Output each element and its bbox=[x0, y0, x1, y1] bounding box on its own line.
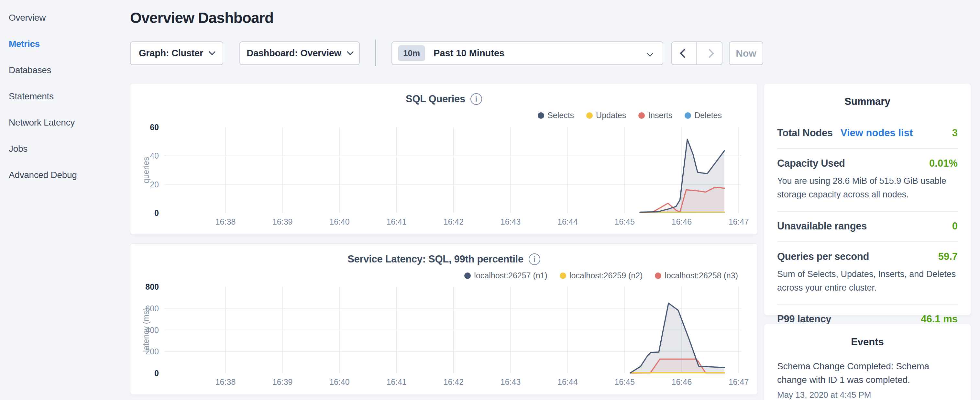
summary-row: Capacity Used0.01%You are using 28.6 MiB… bbox=[777, 148, 958, 211]
event-timestamp: May 13, 2020 at 4:45 PM bbox=[777, 390, 958, 400]
time-range-label: Past 10 Minutes bbox=[434, 48, 504, 59]
events-panel: Events Schema Change Completed: Schema c… bbox=[764, 324, 971, 400]
event-list-item: Schema Change Completed: Schema change w… bbox=[777, 360, 958, 400]
legend-item[interactable]: localhost:26258 (n3) bbox=[655, 271, 738, 280]
event-message: Schema Change Completed: Schema change w… bbox=[777, 360, 932, 387]
svg-text:16:40: 16:40 bbox=[329, 377, 350, 386]
sidebar-item-network-latency[interactable]: Network Latency bbox=[9, 109, 125, 135]
sidebar-item-label: Databases bbox=[9, 65, 51, 75]
legend-label: localhost:26257 (n1) bbox=[474, 271, 547, 280]
svg-text:queries: queries bbox=[142, 157, 150, 183]
legend-dot-icon bbox=[464, 273, 471, 279]
legend-item[interactable]: Deletes bbox=[685, 111, 722, 120]
svg-text:16:44: 16:44 bbox=[557, 377, 578, 386]
toolbar-divider bbox=[375, 40, 376, 66]
summary-panel: Summary Total NodesView nodes list3Capac… bbox=[764, 83, 971, 316]
sidebar-item-databases[interactable]: Databases bbox=[9, 57, 125, 83]
dashboard-dropdown-label: Dashboard: Overview bbox=[247, 48, 341, 59]
chevron-right-icon bbox=[705, 49, 714, 57]
graph-scope-dropdown[interactable]: Graph: Cluster bbox=[130, 41, 223, 65]
sidebar-item-label: Overview bbox=[9, 13, 46, 23]
admin-ui-page: OverviewMetricsDatabasesStatementsNetwor… bbox=[0, 0, 980, 400]
sql-queries-chart-card: SQL Queries i SelectsUpdatesInsertsDelet… bbox=[130, 83, 758, 234]
legend-dot-icon bbox=[638, 112, 645, 119]
svg-text:16:45: 16:45 bbox=[614, 377, 635, 386]
chart-legend: localhost:26257 (n1)localhost:26259 (n2)… bbox=[464, 271, 738, 280]
svg-text:latency (ms): latency (ms) bbox=[142, 308, 150, 352]
svg-text:20: 20 bbox=[150, 180, 159, 189]
service-latency-plot: 16:3816:3916:4016:4116:4216:4316:4416:45… bbox=[130, 244, 758, 395]
time-range-dropdown[interactable]: 10m Past 10 Minutes bbox=[391, 41, 663, 65]
time-step-forward-button[interactable] bbox=[697, 42, 722, 64]
svg-text:16:43: 16:43 bbox=[501, 377, 521, 386]
info-icon[interactable]: i bbox=[471, 93, 482, 105]
info-icon[interactable]: i bbox=[529, 253, 540, 265]
svg-text:16:41: 16:41 bbox=[386, 377, 407, 386]
summary-row-value: 0 bbox=[952, 220, 958, 232]
chevron-down-icon bbox=[347, 49, 354, 55]
chevron-left-icon bbox=[679, 49, 689, 57]
legend-item[interactable]: localhost:26259 (n2) bbox=[560, 271, 643, 280]
summary-row-value: 59.7 bbox=[938, 251, 958, 263]
summary-row-value: 0.01% bbox=[929, 158, 958, 169]
sidebar-item-label: Jobs bbox=[9, 144, 27, 154]
chart-legend: SelectsUpdatesInsertsDeletes bbox=[538, 111, 722, 120]
summary-row: Unavailable ranges0 bbox=[777, 211, 958, 241]
summary-row-label: Queries per second bbox=[777, 251, 869, 263]
svg-text:16:43: 16:43 bbox=[501, 217, 521, 226]
legend-dot-icon bbox=[538, 112, 544, 119]
summary-row-description: You are using 28.6 MiB of 515.9 GiB usab… bbox=[777, 174, 958, 202]
summary-row: Total NodesView nodes list3 bbox=[777, 118, 958, 148]
sidebar-item-jobs[interactable]: Jobs bbox=[9, 135, 125, 162]
legend-label: Selects bbox=[547, 111, 574, 120]
svg-text:16:42: 16:42 bbox=[444, 217, 464, 226]
svg-text:0: 0 bbox=[154, 369, 159, 378]
svg-text:60: 60 bbox=[150, 123, 159, 132]
summary-row-value: 3 bbox=[952, 127, 958, 139]
legend-dot-icon bbox=[655, 273, 661, 279]
svg-text:800: 800 bbox=[145, 282, 159, 291]
time-step-back-button[interactable] bbox=[672, 42, 697, 64]
sidebar-item-overview[interactable]: Overview bbox=[9, 5, 125, 31]
svg-text:16:39: 16:39 bbox=[272, 217, 293, 226]
legend-dot-icon bbox=[586, 112, 593, 119]
dashboard-dropdown[interactable]: Dashboard: Overview bbox=[239, 41, 360, 65]
summary-row: Queries per second59.7Sum of Selects, Up… bbox=[777, 241, 958, 304]
summary-row-value: 46.1 ms bbox=[921, 313, 958, 325]
sidebar-item-statements[interactable]: Statements bbox=[9, 83, 125, 109]
service-latency-chart-card: Service Latency: SQL, 99th percentile i … bbox=[130, 243, 758, 395]
summary-row-label: Unavailable ranges bbox=[777, 220, 867, 232]
legend-dot-icon bbox=[685, 112, 691, 119]
svg-text:16:38: 16:38 bbox=[215, 377, 236, 386]
svg-text:16:39: 16:39 bbox=[272, 377, 293, 386]
page-title: Overview Dashboard bbox=[130, 9, 274, 27]
time-step-button-group bbox=[671, 41, 722, 65]
summary-row-label: P99 latency bbox=[777, 313, 831, 325]
sidebar-item-advanced-debug[interactable]: Advanced Debug bbox=[9, 162, 125, 188]
chart-title: SQL Queries bbox=[406, 93, 465, 105]
now-button[interactable]: Now bbox=[729, 41, 763, 65]
svg-text:16:47: 16:47 bbox=[729, 377, 749, 386]
view-nodes-list-link[interactable]: View nodes list bbox=[840, 127, 913, 139]
chart-title: Service Latency: SQL, 99th percentile bbox=[347, 253, 523, 265]
sidebar-item-label: Advanced Debug bbox=[9, 170, 77, 180]
graph-scope-dropdown-label: Graph: Cluster bbox=[139, 48, 203, 59]
legend-item[interactable]: localhost:26257 (n1) bbox=[464, 271, 547, 280]
svg-text:16:40: 16:40 bbox=[329, 217, 350, 226]
chevron-down-icon bbox=[209, 49, 215, 55]
events-title: Events bbox=[764, 336, 970, 348]
legend-label: Inserts bbox=[648, 111, 672, 120]
legend-item[interactable]: Selects bbox=[538, 111, 574, 120]
legend-item[interactable]: Updates bbox=[586, 111, 626, 120]
sql-queries-plot: 16:3816:3916:4016:4116:4216:4316:4416:45… bbox=[130, 83, 758, 235]
svg-text:16:44: 16:44 bbox=[557, 217, 578, 226]
svg-text:16:42: 16:42 bbox=[444, 377, 464, 386]
svg-text:0: 0 bbox=[154, 209, 159, 217]
sidebar-item-metrics[interactable]: Metrics bbox=[9, 31, 125, 57]
sidebar-item-label: Statements bbox=[9, 91, 54, 102]
legend-item[interactable]: Inserts bbox=[638, 111, 672, 120]
sidebar-item-label: Network Latency bbox=[9, 118, 75, 128]
svg-text:16:38: 16:38 bbox=[215, 217, 236, 226]
legend-label: localhost:26258 (n3) bbox=[665, 271, 738, 280]
sidebar-nav: OverviewMetricsDatabasesStatementsNetwor… bbox=[9, 5, 125, 188]
